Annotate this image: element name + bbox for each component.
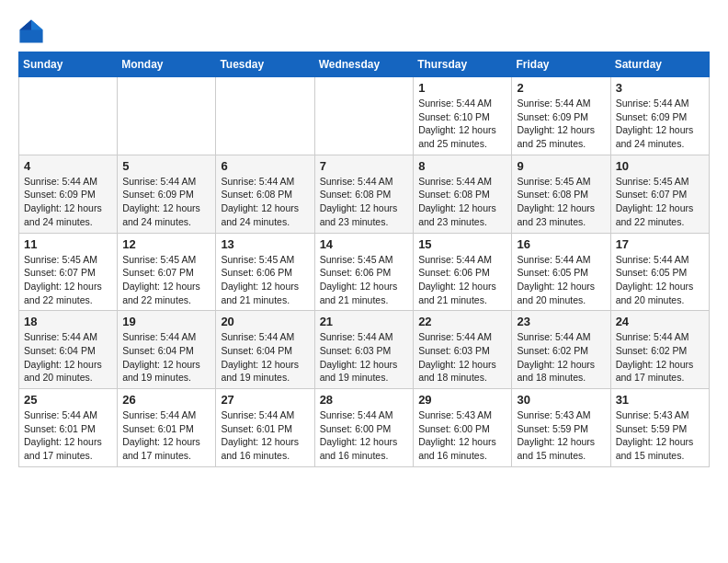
logo [18, 18, 48, 44]
calendar-cell [216, 77, 314, 155]
day-number: 27 [221, 393, 309, 407]
header [18, 15, 710, 44]
day-number: 28 [320, 393, 409, 407]
cell-info: Sunrise: 5:43 AM Sunset: 5:59 PM Dayligh… [517, 408, 605, 463]
calendar-cell: 16Sunrise: 5:44 AM Sunset: 6:05 PM Dayli… [512, 233, 610, 311]
cell-content: 15Sunrise: 5:44 AM Sunset: 6:06 PM Dayli… [418, 237, 506, 307]
day-number: 6 [221, 159, 309, 173]
calendar-cell: 10Sunrise: 5:45 AM Sunset: 6:07 PM Dayli… [610, 155, 709, 233]
cell-content: 14Sunrise: 5:45 AM Sunset: 6:06 PM Dayli… [320, 237, 409, 307]
cell-content: 31Sunrise: 5:43 AM Sunset: 5:59 PM Dayli… [616, 393, 704, 463]
cell-content: 18Sunrise: 5:44 AM Sunset: 6:04 PM Dayli… [24, 315, 112, 385]
day-number: 18 [24, 315, 112, 328]
calendar-cell: 22Sunrise: 5:44 AM Sunset: 6:03 PM Dayli… [414, 311, 512, 389]
cell-info: Sunrise: 5:44 AM Sunset: 6:01 PM Dayligh… [122, 408, 210, 463]
cell-content: 9Sunrise: 5:45 AM Sunset: 6:08 PM Daylig… [517, 159, 605, 229]
cell-content: 5Sunrise: 5:44 AM Sunset: 6:09 PM Daylig… [122, 159, 210, 229]
cell-content: 25Sunrise: 5:44 AM Sunset: 6:01 PM Dayli… [24, 393, 112, 463]
calendar-week-row: 25Sunrise: 5:44 AM Sunset: 6:01 PM Dayli… [19, 389, 710, 467]
calendar-cell: 17Sunrise: 5:44 AM Sunset: 6:05 PM Dayli… [610, 233, 709, 311]
calendar-cell: 1Sunrise: 5:44 AM Sunset: 6:10 PM Daylig… [414, 77, 512, 155]
day-number: 10 [616, 159, 704, 173]
calendar-cell: 21Sunrise: 5:44 AM Sunset: 6:03 PM Dayli… [314, 311, 414, 389]
calendar-cell: 5Sunrise: 5:44 AM Sunset: 6:09 PM Daylig… [118, 155, 216, 233]
cell-info: Sunrise: 5:44 AM Sunset: 6:01 PM Dayligh… [24, 408, 112, 463]
header-saturday: Saturday [610, 52, 709, 77]
calendar-cell: 26Sunrise: 5:44 AM Sunset: 6:01 PM Dayli… [118, 389, 216, 467]
cell-content: 12Sunrise: 5:45 AM Sunset: 6:07 PM Dayli… [122, 237, 210, 307]
cell-content: 23Sunrise: 5:44 AM Sunset: 6:02 PM Dayli… [517, 315, 605, 385]
cell-content: 11Sunrise: 5:45 AM Sunset: 6:07 PM Dayli… [24, 237, 112, 307]
day-number: 5 [122, 159, 210, 173]
calendar-cell: 24Sunrise: 5:44 AM Sunset: 6:02 PM Dayli… [610, 311, 709, 389]
cell-content: 20Sunrise: 5:44 AM Sunset: 6:04 PM Dayli… [221, 315, 309, 385]
cell-info: Sunrise: 5:44 AM Sunset: 6:00 PM Dayligh… [320, 408, 409, 463]
calendar-header-row: SundayMondayTuesdayWednesdayThursdayFrid… [19, 52, 710, 77]
cell-info: Sunrise: 5:44 AM Sunset: 6:08 PM Dayligh… [320, 175, 409, 229]
header-monday: Monday [118, 52, 216, 77]
day-number: 13 [221, 237, 309, 251]
day-number: 7 [320, 159, 409, 173]
calendar-cell: 23Sunrise: 5:44 AM Sunset: 6:02 PM Dayli… [512, 311, 610, 389]
cell-content: 29Sunrise: 5:43 AM Sunset: 6:00 PM Dayli… [418, 393, 506, 463]
cell-content: 28Sunrise: 5:44 AM Sunset: 6:00 PM Dayli… [320, 393, 409, 463]
day-number: 20 [221, 315, 309, 328]
cell-content: 17Sunrise: 5:44 AM Sunset: 6:05 PM Dayli… [616, 237, 704, 307]
cell-info: Sunrise: 5:43 AM Sunset: 6:00 PM Dayligh… [418, 408, 506, 463]
cell-info: Sunrise: 5:44 AM Sunset: 6:04 PM Dayligh… [24, 330, 112, 385]
cell-info: Sunrise: 5:44 AM Sunset: 6:03 PM Dayligh… [418, 330, 506, 385]
calendar-cell: 30Sunrise: 5:43 AM Sunset: 5:59 PM Dayli… [512, 389, 610, 467]
calendar-cell: 27Sunrise: 5:44 AM Sunset: 6:01 PM Dayli… [216, 389, 314, 467]
day-number: 25 [24, 393, 112, 407]
header-sunday: Sunday [19, 52, 118, 77]
cell-info: Sunrise: 5:44 AM Sunset: 6:05 PM Dayligh… [616, 253, 704, 307]
cell-content: 30Sunrise: 5:43 AM Sunset: 5:59 PM Dayli… [517, 393, 605, 463]
day-number: 30 [517, 393, 605, 407]
day-number: 15 [418, 237, 506, 251]
cell-content: 24Sunrise: 5:44 AM Sunset: 6:02 PM Dayli… [616, 315, 704, 385]
day-number: 23 [517, 315, 605, 328]
day-number: 22 [418, 315, 506, 328]
calendar-cell: 19Sunrise: 5:44 AM Sunset: 6:04 PM Dayli… [118, 311, 216, 389]
cell-content: 6Sunrise: 5:44 AM Sunset: 6:08 PM Daylig… [221, 159, 309, 229]
day-number: 19 [122, 315, 210, 328]
cell-info: Sunrise: 5:43 AM Sunset: 5:59 PM Dayligh… [616, 408, 704, 463]
svg-marker-2 [19, 19, 31, 29]
day-number: 8 [418, 159, 506, 173]
cell-content: 13Sunrise: 5:45 AM Sunset: 6:06 PM Dayli… [221, 237, 309, 307]
day-number: 3 [616, 81, 704, 95]
logo-icon [18, 18, 44, 44]
cell-info: Sunrise: 5:44 AM Sunset: 6:09 PM Dayligh… [24, 175, 112, 229]
cell-info: Sunrise: 5:44 AM Sunset: 6:08 PM Dayligh… [418, 175, 506, 229]
day-number: 24 [616, 315, 704, 328]
header-wednesday: Wednesday [314, 52, 414, 77]
calendar-cell: 8Sunrise: 5:44 AM Sunset: 6:08 PM Daylig… [414, 155, 512, 233]
cell-info: Sunrise: 5:44 AM Sunset: 6:02 PM Dayligh… [517, 330, 605, 385]
calendar-cell: 28Sunrise: 5:44 AM Sunset: 6:00 PM Dayli… [314, 389, 414, 467]
cell-content: 4Sunrise: 5:44 AM Sunset: 6:09 PM Daylig… [24, 159, 112, 229]
cell-info: Sunrise: 5:44 AM Sunset: 6:04 PM Dayligh… [221, 330, 309, 385]
day-number: 4 [24, 159, 112, 173]
header-friday: Friday [512, 52, 610, 77]
calendar-cell: 29Sunrise: 5:43 AM Sunset: 6:00 PM Dayli… [414, 389, 512, 467]
cell-info: Sunrise: 5:44 AM Sunset: 6:10 PM Dayligh… [418, 97, 506, 151]
cell-info: Sunrise: 5:44 AM Sunset: 6:04 PM Dayligh… [122, 330, 210, 385]
cell-content: 27Sunrise: 5:44 AM Sunset: 6:01 PM Dayli… [221, 393, 309, 463]
calendar-cell: 4Sunrise: 5:44 AM Sunset: 6:09 PM Daylig… [19, 155, 118, 233]
calendar-cell [314, 77, 414, 155]
cell-info: Sunrise: 5:44 AM Sunset: 6:09 PM Dayligh… [122, 175, 210, 229]
calendar-cell: 3Sunrise: 5:44 AM Sunset: 6:09 PM Daylig… [610, 77, 709, 155]
cell-info: Sunrise: 5:44 AM Sunset: 6:06 PM Dayligh… [418, 253, 506, 307]
day-number: 9 [517, 159, 605, 173]
calendar-week-row: 18Sunrise: 5:44 AM Sunset: 6:04 PM Dayli… [19, 311, 710, 389]
cell-content: 21Sunrise: 5:44 AM Sunset: 6:03 PM Dayli… [320, 315, 409, 385]
cell-content: 3Sunrise: 5:44 AM Sunset: 6:09 PM Daylig… [616, 81, 704, 151]
calendar-cell: 15Sunrise: 5:44 AM Sunset: 6:06 PM Dayli… [414, 233, 512, 311]
cell-info: Sunrise: 5:45 AM Sunset: 6:07 PM Dayligh… [122, 253, 210, 307]
cell-content: 16Sunrise: 5:44 AM Sunset: 6:05 PM Dayli… [517, 237, 605, 307]
day-number: 21 [320, 315, 409, 328]
cell-info: Sunrise: 5:44 AM Sunset: 6:01 PM Dayligh… [221, 408, 309, 463]
svg-marker-1 [31, 19, 43, 29]
cell-info: Sunrise: 5:45 AM Sunset: 6:07 PM Dayligh… [24, 253, 112, 307]
cell-info: Sunrise: 5:45 AM Sunset: 6:06 PM Dayligh… [320, 253, 409, 307]
